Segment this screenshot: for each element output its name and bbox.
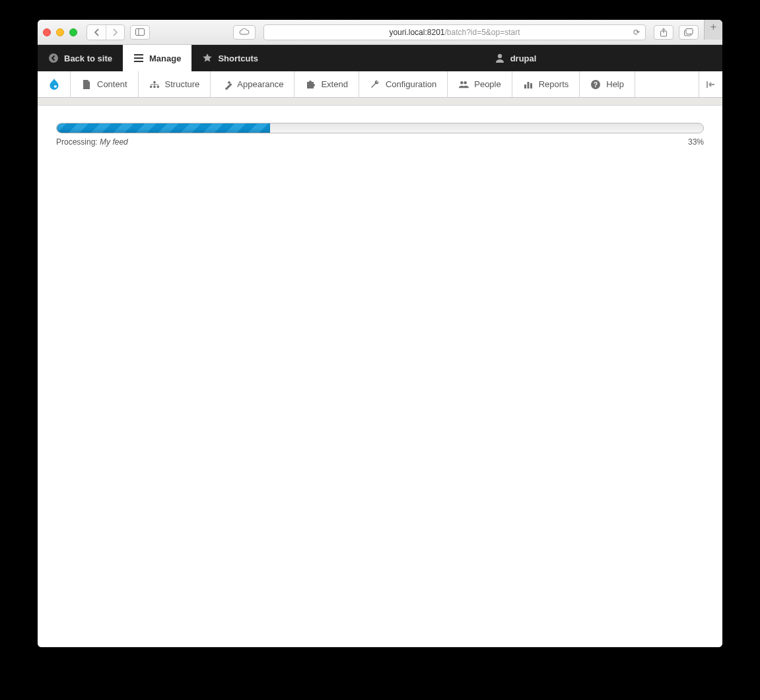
user-icon bbox=[495, 53, 505, 63]
sidebar-toggle-button[interactable] bbox=[130, 25, 150, 40]
page-content: Processing: My feed 33% bbox=[38, 106, 722, 647]
zoom-window-button[interactable] bbox=[69, 28, 77, 36]
manage-toggle[interactable]: Manage bbox=[123, 45, 191, 71]
url-path: /batch?id=5&op=start bbox=[444, 28, 520, 37]
menu-extend[interactable]: Extend bbox=[294, 71, 359, 97]
svg-point-17 bbox=[464, 81, 467, 84]
hamburger-icon bbox=[133, 53, 144, 63]
svg-point-16 bbox=[460, 81, 463, 84]
menu-label: Structure bbox=[165, 79, 200, 89]
user-label: drupal bbox=[510, 53, 537, 63]
back-to-site-link[interactable]: Back to site bbox=[38, 45, 123, 71]
wrench-icon bbox=[370, 79, 380, 90]
svg-point-12 bbox=[149, 85, 152, 88]
menu-reports[interactable]: Reports bbox=[512, 71, 580, 97]
tabs-button[interactable] bbox=[679, 25, 699, 40]
collapse-icon bbox=[707, 81, 716, 88]
drupal-home-link[interactable] bbox=[38, 71, 71, 97]
svg-rect-0 bbox=[136, 29, 145, 36]
back-button[interactable] bbox=[87, 25, 106, 40]
back-to-site-label: Back to site bbox=[64, 53, 112, 63]
progress-label: Processing: bbox=[56, 137, 98, 147]
share-button[interactable] bbox=[654, 25, 674, 40]
cloud-button[interactable] bbox=[233, 25, 256, 40]
menu-label: Appearance bbox=[237, 79, 283, 89]
menu-appearance[interactable]: Appearance bbox=[211, 71, 294, 97]
batch-progress: Processing: My feed 33% bbox=[56, 123, 704, 147]
menu-help[interactable]: ? Help bbox=[580, 71, 635, 97]
breadcrumb-bar bbox=[38, 98, 722, 106]
menu-label: Extend bbox=[321, 79, 347, 89]
question-icon: ? bbox=[590, 79, 601, 90]
nav-buttons bbox=[86, 24, 125, 40]
browser-chrome: youri.local:8201/batch?id=5&op=start ⟳ + bbox=[38, 20, 722, 45]
browser-window: youri.local:8201/batch?id=5&op=start ⟳ +… bbox=[38, 20, 722, 647]
forward-button[interactable] bbox=[106, 25, 124, 40]
new-tab-button[interactable]: + bbox=[704, 20, 722, 40]
svg-rect-20 bbox=[530, 83, 532, 88]
admin-menu: Content Structure Appearance Extend Conf… bbox=[38, 71, 722, 98]
minimize-window-button[interactable] bbox=[56, 28, 64, 36]
structure-icon bbox=[149, 79, 160, 90]
menu-configuration[interactable]: Configuration bbox=[359, 71, 448, 97]
svg-text:?: ? bbox=[594, 81, 598, 88]
address-bar[interactable]: youri.local:8201/batch?id=5&op=start ⟳ bbox=[263, 24, 646, 40]
menu-content[interactable]: Content bbox=[71, 71, 139, 97]
progress-bar bbox=[56, 123, 704, 133]
svg-rect-18 bbox=[524, 85, 526, 88]
svg-point-13 bbox=[153, 85, 156, 88]
url-host: youri.local:8201 bbox=[389, 28, 444, 37]
file-icon bbox=[81, 79, 92, 90]
star-icon bbox=[202, 53, 213, 63]
menu-label: Content bbox=[97, 79, 127, 89]
menu-label: Help bbox=[606, 79, 624, 89]
menu-label: People bbox=[474, 79, 501, 89]
svg-rect-4 bbox=[686, 28, 693, 34]
menu-structure[interactable]: Structure bbox=[139, 71, 211, 97]
menu-label: Configuration bbox=[386, 79, 436, 89]
wand-icon bbox=[221, 79, 232, 90]
reload-icon[interactable]: ⟳ bbox=[633, 28, 640, 37]
shortcuts-label: Shortcuts bbox=[218, 53, 258, 63]
bar-chart-icon bbox=[523, 79, 534, 90]
svg-rect-19 bbox=[527, 82, 529, 88]
progress-status: Processing: My feed bbox=[56, 137, 128, 147]
user-menu[interactable]: drupal bbox=[484, 45, 547, 71]
menu-label: Reports bbox=[539, 79, 569, 89]
svg-point-5 bbox=[49, 53, 58, 63]
svg-rect-15 bbox=[225, 83, 232, 89]
admin-toolbar: Back to site Manage Shortcuts drupal bbox=[38, 45, 722, 71]
progress-percent: 33% bbox=[688, 137, 704, 147]
svg-point-10 bbox=[53, 85, 56, 87]
collapse-menu-button[interactable] bbox=[699, 71, 722, 97]
shortcuts-link[interactable]: Shortcuts bbox=[191, 45, 269, 71]
svg-point-9 bbox=[497, 54, 501, 58]
svg-point-11 bbox=[153, 81, 156, 83]
window-controls bbox=[43, 28, 77, 36]
progress-fill bbox=[57, 123, 270, 133]
svg-point-14 bbox=[156, 85, 159, 88]
close-window-button[interactable] bbox=[43, 28, 51, 36]
puzzle-icon bbox=[305, 79, 316, 90]
back-circle-icon bbox=[48, 53, 59, 63]
menu-people[interactable]: People bbox=[448, 71, 512, 97]
people-icon bbox=[458, 79, 469, 90]
drupal-icon bbox=[49, 79, 59, 90]
progress-feed-name: My feed bbox=[100, 137, 128, 147]
manage-label: Manage bbox=[149, 53, 181, 63]
